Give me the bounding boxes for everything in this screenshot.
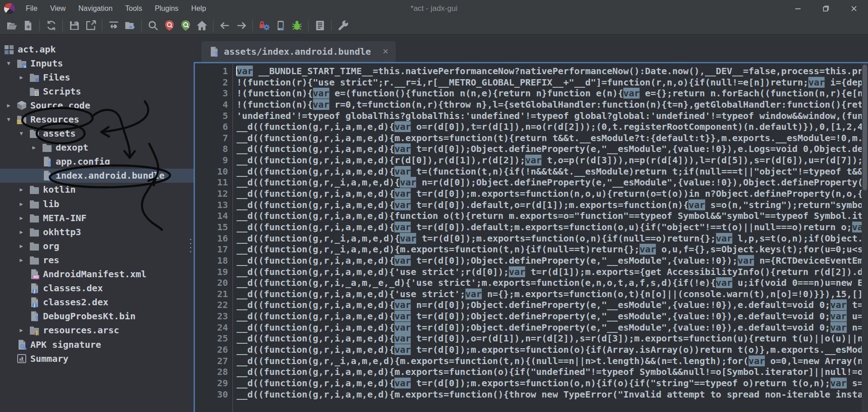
tree-item-app-config[interactable]: ?app.config <box>0 155 194 169</box>
code-line-17[interactable]: __d((function(g,r,_i,a,m,e,d){m.exports=… <box>233 244 862 255</box>
code-line-2[interactable]: !(function(r){"use strict";r.__r=i,r[__M… <box>233 77 862 88</box>
maximize-icon[interactable] <box>812 0 840 17</box>
tree-item-source-code[interactable]: ▶Source code <box>0 98 194 112</box>
code-editor[interactable]: 1234567891011121314151617181920212223242… <box>194 62 868 412</box>
code-line-13[interactable]: __d((function(g,r,i,a,m,e,d){var t=r(d[0… <box>233 199 862 211</box>
panel-divider-handle[interactable] <box>189 239 192 252</box>
tab-assets-index-android-bundle[interactable]: ? assets/index.android.bundle × <box>201 41 396 62</box>
scrollbar-thumb[interactable] <box>863 65 867 190</box>
tree-item-assets[interactable]: ▼assets <box>0 127 194 141</box>
tree-item-inputs[interactable]: ▼Inputs <box>0 56 194 70</box>
code-area[interactable]: var __BUNDLE_START_TIME__=this.nativePer… <box>233 63 862 412</box>
code-line-4[interactable]: !(function(n){var r=0,t=function(n,r){th… <box>233 99 862 110</box>
forward-icon[interactable] <box>234 19 248 33</box>
search-text-icon[interactable] <box>146 19 160 33</box>
tree-item-androidmanifest-xml[interactable]: MFAndroidManifest.xml <box>0 267 194 281</box>
open-project-icon[interactable] <box>5 19 19 33</box>
collapse-arrow-icon[interactable]: ▼ <box>16 130 26 137</box>
tree-item-lib[interactable]: ▶lib <box>0 197 194 211</box>
collapse-arrow-icon[interactable]: ▼ <box>4 116 14 123</box>
code-line-3[interactable]: !(function(n){var e=(function(){function… <box>233 88 862 99</box>
code-line-1[interactable]: var __BUNDLE_START_TIME__=this.nativePer… <box>233 66 862 77</box>
code-line-20[interactable]: __d((function(g,r,i,_a,m,_e,_d){'use str… <box>233 277 862 289</box>
tree-item-res[interactable]: ▶res <box>0 253 194 267</box>
code-line-21[interactable]: __d((function(g,r,i,a,m,e,d){'use strict… <box>233 289 862 300</box>
code-line-15[interactable]: __d((function(g,r,i,a,m,e,d){var t=r(d[0… <box>233 222 862 233</box>
export-icon[interactable] <box>84 19 97 33</box>
code-line-24[interactable]: __d((function(g,r,i,a,m,e,d){var t=r(d[0… <box>233 322 862 333</box>
code-line-14[interactable]: __d((function(g,r,i,a,m,e,d){function o(… <box>233 210 862 222</box>
vertical-scrollbar[interactable] <box>862 63 868 412</box>
main-activity-icon[interactable] <box>195 19 209 33</box>
code-line-22[interactable]: __d((function(g,r,i,a,m,e,d){var n=r(d[0… <box>233 299 862 311</box>
search-comment-icon[interactable] <box>179 19 192 33</box>
device-icon[interactable] <box>274 19 287 33</box>
code-line-30[interactable]: __d((function(g,r,i,a,m,e,d){m.exports=f… <box>233 389 862 400</box>
code-line-6[interactable]: __d((function(g,r,i,a,m,e,d){var o=r(d[0… <box>233 121 862 133</box>
menu-help[interactable]: Help <box>185 0 213 17</box>
tree-item-meta-inf[interactable]: ▶META-INF <box>0 211 194 225</box>
code-line-29[interactable]: __d((function(g,r,i,a,m,e,d){var t=r(d[0… <box>233 378 862 389</box>
tree-item-classes2-dex[interactable]: Jclasses2.dex <box>0 295 194 309</box>
code-line-26[interactable]: __d((function(g,r,i,a,m,e,d){var t=r(d[0… <box>233 344 862 355</box>
code-line-10[interactable]: __d((function(g,r,i,a,m,e,d){var t=(func… <box>233 166 862 177</box>
tree-item-dexopt[interactable]: ▶dexopt <box>0 141 194 155</box>
expand-arrow-icon[interactable]: ▶ <box>16 243 26 249</box>
add-files-icon[interactable] <box>21 19 35 33</box>
tree-item-resources-arsc[interactable]: ▶resources.arsc <box>0 323 194 337</box>
code-line-12[interactable]: __d((function(g,r,i,a,m,e,d){var t=r(d[0… <box>233 188 862 199</box>
expand-arrow-icon[interactable]: ▶ <box>29 144 39 151</box>
save-all-icon[interactable] <box>67 19 81 33</box>
tree-item-scripts[interactable]: Scripts <box>0 84 194 98</box>
tab-close-icon[interactable]: × <box>383 47 389 57</box>
code-line-23[interactable]: __d((function(g,r,i,a,m,e,d){var t=r(d[0… <box>233 311 862 322</box>
expand-arrow-icon[interactable]: ▶ <box>16 215 26 221</box>
debugger-icon[interactable] <box>290 19 304 33</box>
code-line-7[interactable]: __d((function(g,r,i,a,m,e,d){m.exports=f… <box>233 133 862 144</box>
code-line-8[interactable]: __d((function(g,r,i,a,m,e,d){var t=r(d[0… <box>233 143 862 155</box>
expand-arrow-icon[interactable]: ▶ <box>16 201 26 207</box>
code-line-28[interactable]: __d((function(g,r,i,a,m,e,d){m.exports=f… <box>233 366 862 378</box>
tree-item-org[interactable]: ▶org <box>0 239 194 253</box>
deobfuscation-icon[interactable] <box>257 19 271 33</box>
code-line-9[interactable]: __d((function(g,r,i,a,m,e,d){r(d[0]),r(d… <box>233 155 862 166</box>
tree-item-summary[interactable]: Summary <box>0 351 194 365</box>
log-viewer-icon[interactable] <box>313 19 327 33</box>
menu-tools[interactable]: Tools <box>119 0 148 17</box>
menu-navigation[interactable]: Navigation <box>72 0 119 17</box>
code-line-25[interactable]: __d((function(g,r,i,a,m,e,d){var t=r(d[0… <box>233 333 862 344</box>
tree-item-files[interactable]: ▶Files <box>0 70 194 84</box>
tree-item-classes-dex[interactable]: Jclasses.dex <box>0 281 194 295</box>
tree-item-okhttp3[interactable]: ▶okhttp3 <box>0 225 194 239</box>
tree-item-resources[interactable]: ▼Resources <box>0 112 194 126</box>
sync-with-editor-icon[interactable] <box>123 19 137 33</box>
code-line-11[interactable]: __d((function(g,r,_i,a,m,e,d){var n=r(d[… <box>233 177 862 188</box>
expand-arrow-icon[interactable]: ▶ <box>16 327 26 333</box>
close-icon[interactable] <box>840 0 868 17</box>
expand-arrow-icon[interactable]: ▶ <box>4 102 14 109</box>
expand-arrow-icon[interactable]: ▶ <box>16 74 26 81</box>
code-line-27[interactable]: __d((function(g,r,_i,a,m,e,d){m.exports=… <box>233 355 862 367</box>
tree-item-debugprobeskt-bin[interactable]: ?DebugProbesKt.bin <box>0 309 194 323</box>
code-line-16[interactable]: __d((function(g,r,_i,a,m,e,d){var t=r(d[… <box>233 233 862 244</box>
tree-item-apk-signature[interactable]: APK signature <box>0 337 194 351</box>
expand-arrow-icon[interactable]: ▶ <box>16 186 26 193</box>
menu-view[interactable]: View <box>44 0 72 17</box>
flat-packages-icon[interactable] <box>107 19 120 33</box>
code-line-18[interactable]: __d((function(g,r,i,a,m,e,d){var t=r(d[0… <box>233 255 862 266</box>
reload-icon[interactable] <box>44 19 58 33</box>
expand-arrow-icon[interactable]: ▶ <box>16 257 26 263</box>
collapse-arrow-icon[interactable]: ▼ <box>4 60 14 66</box>
expand-arrow-icon[interactable]: ▶ <box>16 229 26 235</box>
menu-file[interactable]: File <box>19 0 44 17</box>
back-icon[interactable] <box>218 19 232 33</box>
tree-item-index-android-bundle[interactable]: ?index.android.bundle <box>0 169 194 183</box>
tree-item-kotlin[interactable]: ▶kotlin <box>0 183 194 197</box>
menu-plugins[interactable]: Plugins <box>148 0 185 17</box>
preferences-icon[interactable] <box>336 19 350 33</box>
code-line-5[interactable]: 'undefined'!=typeof globalThis?globalThi… <box>233 110 862 122</box>
minimize-icon[interactable] <box>784 0 812 17</box>
search-class-icon[interactable] <box>162 19 176 33</box>
tree-item-act-apk[interactable]: act.apk <box>0 42 194 56</box>
code-line-19[interactable]: __d((function(g,r,i,a,m,e,d){'use strict… <box>233 266 862 278</box>
